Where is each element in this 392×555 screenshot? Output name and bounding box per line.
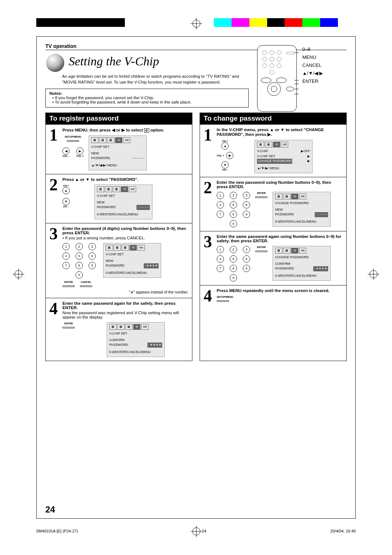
step: 2 Enter the new password using Number bu… — [200, 177, 346, 231]
footer-mid: 24 — [202, 529, 206, 533]
step: 3 Enter the password (4 digits) using Nu… — [46, 223, 192, 298]
prohibit-icon: ⊘ — [144, 128, 149, 133]
remote-label: ENTER — [302, 77, 323, 85]
osd-screen: ▦▦▦⊘AB V-CHIP SET CONFIRM PASSWORD: ∗∗∗∗… — [107, 322, 165, 357]
keypad-9: 9 — [89, 262, 96, 269]
page-number: 24 — [45, 505, 55, 515]
remote-diagram: 0–9 MENU CANCEL ▲/▼/◀/▶ ENTER — [255, 44, 346, 113]
keypad-8: 8 — [75, 262, 83, 269]
remote-icon — [255, 44, 299, 113]
columns: To register password 1 Press MENU, then … — [45, 113, 347, 361]
keypad-2: 2 — [75, 243, 83, 250]
remote-buttons: 1 2 3 4 5 6 7 8 9 — [217, 246, 268, 281]
step-text: Press MENU repeatedly until the menu scr… — [217, 288, 343, 293]
cancel-button — [80, 285, 92, 287]
step-number: 2 — [204, 180, 215, 227]
keypad-2: 2 — [230, 246, 237, 253]
keypad-5: 5 — [75, 252, 83, 260]
remote-buttons: 1 2 3 4 5 6 7 8 9 0 — [62, 243, 98, 288]
registration-mark-icon — [15, 270, 23, 278]
remote-labels: 0–9 MENU CANCEL ▲/▼/◀/▶ ENTER — [302, 44, 323, 113]
change-column: To change password 1 In the V-CHIP menu,… — [200, 113, 347, 361]
keypad-7: 7 — [217, 265, 224, 272]
step: 1 In the V-CHIP menu, press ▲ or ▼ to se… — [200, 125, 346, 177]
remote-buttons: ENTER — [62, 322, 75, 329]
intro-text: An age limitation can be set to forbid c… — [62, 73, 254, 85]
keypad-4: 4 — [217, 255, 224, 263]
svg-point-0 — [46, 54, 64, 72]
step: 2 Press ▲ or ▼ to select "PASSWORD". CH … — [46, 174, 192, 223]
footer-left: 5M40101A [E] (P24-27) — [36, 529, 78, 533]
keypad-6: 6 — [89, 252, 96, 260]
keypad-0: 0 — [75, 271, 83, 279]
keypad-7: 7 — [62, 262, 70, 269]
footer: 5M40101A [E] (P24-27) 24 20/4/04, 16:40 — [36, 529, 356, 533]
remote-label: ▲/▼/◀/▶ — [302, 69, 323, 77]
osd-screen: ▦▦▦⊘AB V-CHIP SET NEW PASSWORD: – – – – … — [94, 185, 152, 219]
step-text: Enter the same password again for the sa… — [62, 301, 188, 310]
step-text: In the V-CHIP menu, press ▲ or ▼ to sele… — [217, 127, 343, 137]
register-heading: To register password — [46, 113, 192, 125]
keypad-6: 6 — [243, 255, 250, 263]
menu-button — [217, 300, 229, 302]
step-note: "∗" appears instead of the number. — [62, 290, 188, 294]
register-column: To register password 1 Press MENU, then … — [45, 113, 192, 361]
enter-button — [255, 197, 268, 198]
notes-heading: Notes: — [49, 91, 245, 96]
enter-button — [62, 327, 75, 328]
step-number: 4 — [204, 288, 215, 303]
osd-screen: ▦▦⊘AB CHANGE PASSWORD CONFIRM PASSWORD: … — [273, 246, 331, 281]
step-number: 1 — [204, 127, 215, 173]
remote-buttons: CH + ▲ VOL +▶ ▼ CH – — [217, 140, 233, 171]
keypad-2: 2 — [230, 192, 237, 199]
keypad-3: 3 — [243, 246, 250, 253]
keypad-6: 6 — [243, 201, 250, 208]
step-number: 3 — [49, 226, 60, 294]
keypad-5: 5 — [230, 255, 237, 263]
step-text: Press ▲ or ▼ to select "PASSWORD". — [62, 177, 138, 182]
osd-screen: ▦▦⊘AB CHANGE PASSWORD NEW PASSWORD: – – … — [273, 192, 331, 227]
remote-buttons: 1 2 3 4 5 6 7 8 9 — [217, 192, 268, 227]
page-title: Setting the V-Chip — [69, 54, 159, 68]
keypad-9: 9 — [243, 211, 250, 218]
keypad-1: 1 — [217, 246, 224, 253]
step-number: 2 — [49, 177, 60, 219]
osd-screen: ▦▦▦⊘AB V-CHIP SET NEW PASSWORD: ∗∗∗∗ 0-9… — [103, 243, 161, 278]
vol-down-button: ◀ — [62, 147, 70, 155]
ch-down-button: ▼ — [62, 198, 70, 205]
remote-label: 0–9 — [302, 45, 323, 53]
content-frame: TV operation Setting the V-Chip An age l… — [36, 36, 356, 519]
change-heading: To change password — [200, 113, 346, 125]
keypad-1: 1 — [62, 243, 70, 250]
osd-screen: ▦▦⊘AB V-CHIP▶OFF V-CHIP SET▶ CHANGE PASS… — [254, 140, 313, 173]
registration-mark-icon — [369, 270, 377, 278]
remote-buttons: SETUP/MENU ◀VOL – ▶VOL + — [62, 135, 83, 157]
ch-up-button: ▲ — [62, 187, 70, 194]
footer-right: 20/4/04, 16:40 — [330, 529, 356, 533]
keypad-3: 3 — [89, 243, 96, 250]
remote-label: MENU — [302, 53, 323, 61]
enter-button — [255, 251, 268, 252]
vol-up-button: ▶ — [226, 152, 233, 159]
step: 4 Press MENU repeatedly until the menu s… — [200, 285, 346, 307]
keypad-8: 8 — [230, 211, 237, 218]
step-subtext: • If you put a wrong number, press CANCE… — [62, 236, 188, 240]
keypad-5: 5 — [230, 201, 237, 208]
step-number: 1 — [49, 127, 60, 170]
notes-box: Notes: If you forget the password, you c… — [45, 89, 249, 108]
keypad-7: 7 — [217, 211, 224, 218]
osd-screen: ▦▦▦⊘AB V-CHIP SET NEW PASSWORD: – – – – … — [89, 135, 147, 170]
remote-label: CANCEL — [302, 61, 323, 69]
step-subtext: Now the password was registered and V-Ch… — [62, 311, 188, 319]
vol-up-button: ▶ — [76, 147, 83, 155]
keypad-4: 4 — [62, 252, 70, 260]
keypad-0: 0 — [230, 220, 237, 227]
page: TV operation Setting the V-Chip An age l… — [0, 0, 392, 555]
keypad-1: 1 — [217, 192, 224, 199]
step-text: Enter the same password again using Numb… — [217, 234, 343, 243]
ch-up-button: ▲ — [221, 142, 229, 150]
step-text: Enter the new password using Number butt… — [217, 180, 343, 189]
registration-mark-icon — [192, 20, 200, 28]
step-number: 3 — [204, 234, 215, 281]
ch-down-button: ▼ — [221, 161, 229, 169]
